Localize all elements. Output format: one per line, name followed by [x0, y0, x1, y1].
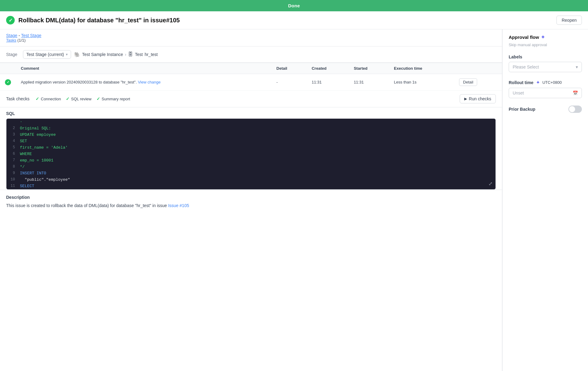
sql-review-label: SQL review	[71, 97, 92, 101]
instance-icon: 🐘	[74, 52, 80, 58]
top-bar-label: Done	[288, 3, 300, 8]
code-line-11: 11 SELECT	[6, 183, 496, 189]
code-line-2: 2 Original SQL:	[6, 125, 496, 132]
rollout-time-section: Rollout time ✦ UTC+0800 Unset 📅	[509, 80, 582, 98]
tasks-count: (1/1)	[17, 38, 26, 43]
right-sidebar: Approval flow ✦ Skip manual approval Lab…	[502, 29, 588, 371]
breadcrumb: Stage - Test Stage	[6, 33, 496, 38]
code-line-4: 4 SET	[6, 138, 496, 144]
tasks-info: Tasks (1/1)	[6, 38, 496, 43]
content-wrapper: Stage - Test Stage Tasks (1/1) Stage Tes…	[0, 29, 588, 371]
current-stage-value: Test Stage (current)	[26, 52, 64, 57]
main-header-left: Rollback DML(data) for database "hr_test…	[6, 16, 180, 24]
check-item-connection: ✓ Connection	[36, 96, 61, 101]
run-checks-button[interactable]: ▶ Run checks	[460, 94, 496, 103]
play-icon: ▶	[464, 97, 467, 101]
prior-backup-toggle[interactable]	[568, 106, 582, 113]
labels-placeholder: Please Select	[513, 65, 539, 69]
reopen-button[interactable]: Reopen	[556, 16, 582, 25]
summary-report-label: Summary report	[102, 97, 130, 101]
th-check	[0, 63, 16, 74]
code-line-5: 5 first_name = 'Adela'	[6, 144, 496, 151]
approval-flow-title: Approval flow ✦	[509, 34, 582, 40]
utc-badge: UTC+0800	[542, 80, 562, 85]
rollout-magic-icon: ✦	[536, 80, 540, 85]
summary-report-check-icon: ✓	[96, 96, 100, 101]
code-block: · 2 Original SQL: 3 UPDATE employee 4 SE…	[6, 118, 496, 190]
row-execution-time-cell: Less than 1s	[389, 74, 454, 91]
stage-select-dropdown[interactable]: Test Stage (current) ▾	[23, 50, 71, 59]
labels-dropdown[interactable]: Please Select ▾	[509, 62, 582, 72]
th-execution-time: Execution time	[389, 63, 454, 74]
rollout-time-title: Rollout time	[509, 80, 533, 85]
unset-placeholder: Unset	[513, 91, 524, 95]
issue-link[interactable]: Issue #105	[168, 203, 189, 208]
row-check-cell	[0, 74, 16, 91]
row-comment-cell: Applied migration version 20240920033128…	[16, 74, 272, 91]
sql-section: SQL · 2 Original SQL: 3 UPDATE employee …	[0, 107, 502, 190]
skip-manual-approval[interactable]: Skip manual approval	[509, 43, 582, 47]
check-item-sql-review: ✓ SQL review	[66, 96, 92, 101]
row-started-cell: 11:31	[349, 74, 389, 91]
code-line-9: 9 INSERT INTO	[6, 170, 496, 176]
approval-flow-label: Approval flow	[509, 35, 539, 40]
description-text: This issue is created to rollback the da…	[6, 202, 496, 209]
row-check-icon	[5, 79, 11, 85]
magic-icon: ✦	[541, 34, 545, 40]
calendar-icon: 📅	[573, 91, 578, 95]
stage-name-link[interactable]: Test Stage	[21, 33, 41, 38]
description-body: This issue is created to rollback the da…	[6, 203, 168, 208]
stage-link[interactable]: Stage	[6, 33, 17, 38]
description-section: Description This issue is created to rol…	[0, 190, 502, 214]
view-change-link[interactable]: View change	[138, 80, 160, 84]
task-checks-label: Task checks	[6, 96, 29, 101]
code-line-6: 6 WHERE	[6, 151, 496, 157]
th-started: Started	[349, 63, 389, 74]
instance-name: Test Sample Instance	[82, 52, 123, 57]
stage-row: Stage Test Stage (current) ▾ 🐘 Test Samp…	[0, 46, 502, 63]
labels-section: Labels Please Select ▾	[509, 54, 582, 72]
prior-backup-title: Prior Backup	[509, 107, 535, 112]
db-label: Test	[135, 52, 143, 57]
top-bar: Done	[0, 0, 588, 11]
database-icon: 🗄	[128, 52, 133, 57]
comment-text: Applied migration version 20240920033128…	[21, 80, 137, 84]
chevron-down-icon: ▾	[66, 52, 68, 57]
main-content: Stage - Test Stage Tasks (1/1) Stage Tes…	[0, 29, 502, 371]
tasks-link[interactable]: Tasks	[6, 38, 16, 43]
task-table: Comment Detail Created Started Execution…	[0, 63, 502, 91]
prior-backup-row: Prior Backup	[509, 106, 582, 113]
sql-label: SQL	[6, 111, 496, 116]
table-header-row: Comment Detail Created Started Execution…	[0, 63, 502, 74]
run-checks-label: Run checks	[469, 96, 491, 101]
table-row: Applied migration version 20240920033128…	[0, 74, 502, 91]
th-detail: Detail	[272, 63, 307, 74]
rollout-row: Rollout time ✦ UTC+0800	[509, 80, 582, 85]
code-line-8: 8 */	[6, 164, 496, 170]
db-name: hr_test	[145, 52, 158, 57]
task-checks-row: Task checks ✓ Connection ✓ SQL review ✓ …	[0, 91, 502, 107]
sql-review-check-icon: ✓	[66, 96, 70, 101]
code-line-3: 3 UPDATE employee	[6, 132, 496, 138]
stage-header: Stage - Test Stage Tasks (1/1)	[0, 29, 502, 46]
detail-button[interactable]: Detail	[459, 78, 477, 86]
code-line-10: 10 "public"."employee"	[6, 176, 496, 183]
code-line-ellipsis: ·	[6, 119, 496, 125]
task-checks-left: Task checks ✓ Connection ✓ SQL review ✓ …	[6, 96, 130, 101]
page-title: Rollback DML(data) for database "hr_test…	[18, 17, 180, 24]
th-comment: Comment	[16, 63, 272, 74]
row-created-cell: 11:31	[307, 74, 349, 91]
description-title: Description	[6, 195, 496, 200]
expand-icon[interactable]: ⤢	[488, 181, 492, 187]
rollout-time-input[interactable]: Unset 📅	[509, 88, 582, 98]
arrow-right-icon: ›	[125, 52, 126, 57]
th-actions	[454, 63, 502, 74]
check-item-summary-report: ✓ Summary report	[96, 96, 130, 101]
code-line-7: 7 emp_no = 10001	[6, 157, 496, 164]
db-path: 🐘 Test Sample Instance › 🗄 Test hr_test	[74, 52, 158, 58]
row-detail-cell: -	[272, 74, 307, 91]
done-check-icon	[6, 16, 15, 24]
th-created: Created	[307, 63, 349, 74]
main-header: Rollback DML(data) for database "hr_test…	[0, 11, 588, 29]
stage-label: Stage	[6, 52, 20, 57]
